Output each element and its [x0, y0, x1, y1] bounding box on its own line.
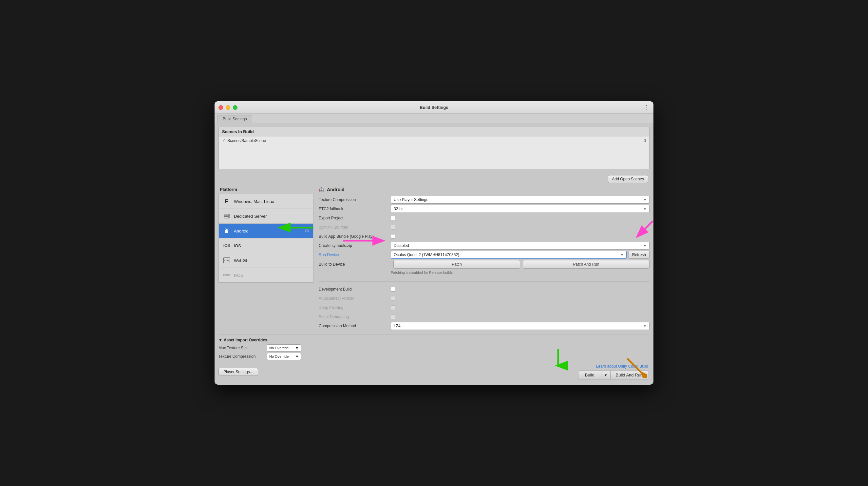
etc2-fallback-row: ETC2 fallback 32-bit ▼ — [319, 205, 650, 213]
platform-label: Platform — [218, 185, 313, 194]
symlink-sources-value — [391, 225, 650, 230]
platform-name-dedicated-server: Dedicated Server — [234, 214, 267, 219]
platform-panel: Platform 🖥 Windows, Mac, Linux — [218, 185, 313, 331]
scene-name: Scenes/SampleScene — [227, 138, 266, 143]
scenes-header: Scenes In Build — [219, 127, 649, 136]
platform-item-ios[interactable]: iOS iOS — [219, 238, 313, 253]
chevron-down-icon: ▼ — [643, 207, 647, 211]
platform-item-webgl[interactable]: HTML 5 WebGL — [219, 253, 313, 268]
build-to-device-row: Build to Device Patch Patch And Run — [319, 260, 650, 269]
refresh-button[interactable]: Refresh — [628, 251, 650, 259]
development-build-checkbox[interactable] — [391, 287, 395, 291]
scenes-list: ✓ Scenes/SampleScene 0 — [219, 136, 649, 169]
symlink-sources-row: Symlink Sources — [319, 223, 650, 231]
chevron-icon: ▼ — [295, 346, 299, 350]
deep-profiling-label: Deep Profiling — [319, 305, 391, 310]
build-app-bundle-label: Build App Bundle (Google Play) — [319, 234, 391, 239]
minimize-button[interactable] — [226, 105, 230, 110]
platform-name-webgl: WebGL — [234, 258, 248, 263]
windows-icon: 🖥 — [223, 197, 230, 205]
platform-name-tvos: tvOS — [234, 273, 243, 278]
export-project-value — [391, 216, 650, 220]
etc2-fallback-label: ETC2 fallback — [319, 207, 391, 211]
build-buttons-group: Build ▼ Build And Run — [578, 371, 648, 379]
autoconnect-profiler-row: Autoconnect Profiler — [319, 294, 650, 303]
deep-profiling-checkbox — [391, 305, 395, 310]
export-project-label: Export Project — [319, 216, 391, 220]
svg-point-7 — [226, 230, 226, 230]
patching-note: Patching is disabled for Release builds — [391, 270, 453, 275]
scene-item: ✓ Scenes/SampleScene 0 — [222, 138, 646, 144]
texture-compression-value: Use Player Settings ▼ — [391, 196, 650, 204]
triangle-icon: ▼ — [218, 338, 222, 342]
chevron-icon: ▼ — [295, 354, 299, 359]
chevron-down-icon: ▼ — [643, 244, 647, 248]
dedicated-server-icon — [223, 212, 230, 220]
svg-line-5 — [225, 229, 226, 229]
android-header: 🤖 Android — [319, 185, 650, 196]
build-and-run-button[interactable]: Build And Run — [611, 371, 648, 379]
texture-compression-dropdown[interactable]: Use Player Settings ▼ — [391, 196, 650, 204]
bottom-right-area: Learn about Unity Cloud Build Build ▼ Bu… — [578, 364, 648, 379]
scene-checkbox[interactable]: ✓ — [222, 138, 225, 143]
chevron-down-icon: ▼ — [620, 253, 624, 257]
development-build-label: Development Build — [319, 287, 391, 291]
android-icon-header: 🤖 — [319, 187, 324, 192]
asset-overrides-header: ▼ Asset Import Overrides — [218, 338, 650, 342]
svg-point-3 — [228, 217, 229, 218]
texture-compression-override-label: Texture Compression — [218, 354, 264, 359]
run-device-dropdown[interactable]: Oculus Quest 2 (1WMHH8114Z0352) ▼ — [391, 251, 627, 259]
platform-list: 🖥 Windows, Mac, Linux Dedica — [218, 194, 313, 283]
max-texture-row: Max Texture Size No Override ▼ — [218, 344, 650, 351]
platform-name-ios: iOS — [234, 243, 241, 248]
add-open-scenes-button[interactable]: Add Open Scenes — [608, 175, 648, 183]
ios-icon: iOS — [223, 242, 230, 250]
gear-icon[interactable]: ⚙ — [305, 228, 309, 233]
close-button[interactable] — [218, 105, 223, 110]
platform-item-tvos[interactable]: tvOS tvOS — [219, 268, 313, 282]
svg-rect-4 — [225, 231, 228, 233]
scenes-section: Scenes In Build ✓ Scenes/SampleScene 0 — [218, 127, 650, 169]
build-button[interactable]: Build — [578, 371, 601, 379]
max-texture-dropdown[interactable]: No Override ▼ — [267, 344, 301, 351]
settings-table: Texture Compression Use Player Settings … — [319, 196, 650, 330]
patch-and-run-button[interactable]: Patch And Run — [523, 260, 650, 268]
create-symbols-row: Create symbols.zip Disabled ▼ — [319, 241, 650, 250]
compression-method-dropdown[interactable]: LZ4 ▼ — [391, 322, 650, 330]
script-debugging-checkbox — [391, 314, 395, 319]
script-debugging-label: Script Debugging — [319, 314, 391, 319]
build-to-device-label: Build to Device — [319, 262, 391, 267]
chevron-down-icon: ▼ — [643, 324, 647, 328]
platform-item-android[interactable]: Android ⚙ — [219, 224, 313, 238]
titlebar-menu[interactable]: ⋮ — [644, 104, 650, 111]
patch-button[interactable]: Patch — [393, 260, 520, 268]
run-device-value: Oculus Quest 2 (1WMHH8114Z0352) ▼ Refres… — [391, 251, 650, 259]
max-texture-label: Max Texture Size — [218, 346, 264, 350]
build-app-bundle-checkbox[interactable] — [391, 234, 395, 239]
bottom-bar: Player Settings... Learn about Unity Clo… — [218, 362, 650, 381]
run-device-label[interactable]: Run Device — [319, 253, 391, 257]
cloud-build-link[interactable]: Learn about Unity Cloud Build — [596, 364, 648, 369]
export-project-checkbox[interactable] — [391, 216, 395, 220]
maximize-button[interactable] — [233, 105, 238, 110]
etc2-fallback-dropdown[interactable]: 32-bit ▼ — [391, 205, 650, 213]
platform-item-windows[interactable]: 🖥 Windows, Mac, Linux — [219, 194, 313, 209]
platform-item-dedicated-server[interactable]: Dedicated Server — [219, 209, 313, 224]
build-dropdown-arrow-button[interactable]: ▼ — [601, 371, 611, 379]
texture-compression-override-row: Texture Compression No Override ▼ — [218, 353, 650, 360]
player-settings-button[interactable]: Player Settings... — [218, 368, 258, 376]
build-settings-tab[interactable]: Build Settings — [217, 115, 252, 123]
platform-name-windows: Windows, Mac, Linux — [234, 199, 274, 204]
create-symbols-label: Create symbols.zip — [319, 243, 391, 248]
texture-compression-override-dropdown[interactable]: No Override ▼ — [267, 353, 301, 360]
create-symbols-dropdown[interactable]: Disabled ▼ — [391, 242, 650, 250]
compression-method-row: Compression Method LZ4 ▼ — [319, 322, 650, 330]
create-symbols-value: Disabled ▼ — [391, 242, 650, 250]
svg-point-2 — [228, 215, 229, 216]
script-debugging-row: Script Debugging — [319, 313, 650, 321]
deep-profiling-row: Deep Profiling — [319, 303, 650, 312]
platform-name-android: Android — [234, 229, 249, 233]
development-build-row: Development Build — [319, 285, 650, 293]
texture-compression-row: Texture Compression Use Player Settings … — [319, 196, 650, 204]
android-settings-panel: 🤖 Android Texture Compression Use Player… — [313, 185, 650, 331]
